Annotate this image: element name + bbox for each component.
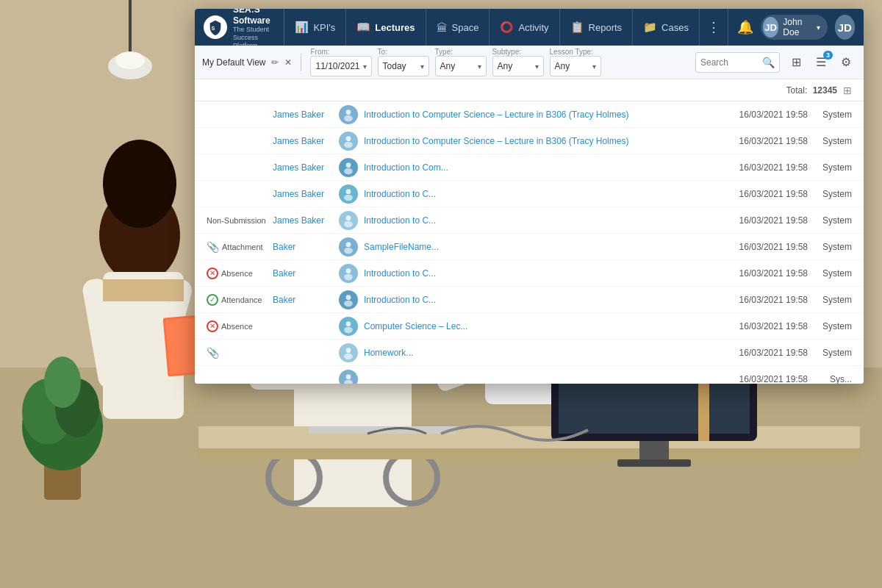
svg-point-51 xyxy=(344,194,353,200)
student-link[interactable]: Baker xyxy=(273,242,339,252)
nav-item-reports-label: Reports xyxy=(589,22,623,33)
row-type-badge: 📎 Attachment xyxy=(207,241,273,253)
table-row: James Baker Introduction to Com... 16/03… xyxy=(195,154,864,181)
subtype-filter-select[interactable]: Any ▾ xyxy=(492,56,544,76)
student-link[interactable]: James Baker xyxy=(273,162,339,173)
svg-point-4 xyxy=(115,51,145,69)
total-label: Total: 12345 xyxy=(786,85,837,96)
nav-item-reports[interactable]: 📋 Reports xyxy=(560,9,634,46)
settings-button[interactable]: ⚙ xyxy=(836,52,856,73)
row-description[interactable]: Introduction to C... xyxy=(364,215,712,226)
row-avatar xyxy=(339,237,358,257)
from-filter-select[interactable]: 11/10/2021 ▾ xyxy=(310,56,371,76)
lesson-type-filter-value: Any xyxy=(555,61,570,71)
svg-point-9 xyxy=(44,356,81,408)
nav-item-lectures-label: Lectures xyxy=(375,22,415,33)
from-filter-value: 11/10/2021 xyxy=(315,61,359,71)
row-type-badge: Non-Submission xyxy=(207,216,273,225)
nav-item-kpis[interactable]: 📊 KPI's xyxy=(284,9,346,46)
row-avatar xyxy=(339,132,358,151)
toolbar: My Default View ✏ ✕ From: 11/10/2021 ▾ T… xyxy=(195,46,864,79)
toolbar-actions: ⊞ ☰ 3 ⚙ xyxy=(786,52,856,73)
nav-item-cases[interactable]: 📁 Cases xyxy=(633,9,700,46)
row-description[interactable]: Introduction to Computer Science – Lectu… xyxy=(364,110,712,120)
nav-item-cases-label: Cases xyxy=(662,22,689,33)
absence-icon: ✕ xyxy=(207,320,218,332)
lesson-type-filter-group: Lesson Type: Any ▾ xyxy=(550,48,601,76)
user-profile-avatar[interactable]: JD xyxy=(835,15,855,40)
edit-view-icon[interactable]: ✏ xyxy=(271,57,279,68)
student-link[interactable]: James Baker xyxy=(273,189,339,199)
svg-point-50 xyxy=(346,189,351,194)
notification-bell-icon[interactable]: 🔔 xyxy=(737,19,753,35)
nav-item-lectures[interactable]: 📖 Lectures xyxy=(346,9,426,46)
columns-icon[interactable]: ⊞ xyxy=(843,85,852,96)
table-row: James Baker Introduction to C... 16/03/2… xyxy=(195,181,864,207)
row-date: 16/03/2021 19:58 xyxy=(712,189,808,199)
notification-badge: 3 xyxy=(823,51,833,60)
row-type-badge: 📎 xyxy=(207,347,273,359)
row-description[interactable]: Introduction to C... xyxy=(364,189,712,199)
table-row: ✕ Absence Computer Science – Lec... 16/0… xyxy=(195,313,864,340)
table-row: James Baker Introduction to Computer Sci… xyxy=(195,101,864,128)
ui-panel: S SEA:S Software The Student Success Pla… xyxy=(195,9,864,384)
subheader: Total: 12345 ⊞ xyxy=(195,79,864,101)
nav-item-space[interactable]: 🏛 Space xyxy=(426,9,490,46)
search-box[interactable]: 🔍 xyxy=(695,52,780,73)
attachment-icon: 📎 xyxy=(207,241,219,253)
svg-point-55 xyxy=(344,247,353,253)
chevron-down-icon: ▾ xyxy=(817,24,820,32)
search-input[interactable] xyxy=(700,57,759,68)
brand-logo-area[interactable]: S SEA:S Software The Student Success Pla… xyxy=(195,9,284,46)
nav-item-space-label: Space xyxy=(452,22,479,33)
total-area: Total: 12345 ⊞ xyxy=(786,85,852,96)
row-avatar xyxy=(339,370,358,384)
row-description[interactable]: SampleFileName... xyxy=(364,242,712,252)
list-view-button[interactable]: ☰ 3 xyxy=(811,52,831,73)
svg-point-62 xyxy=(346,348,351,353)
attendance-icon: ✓ xyxy=(207,294,218,306)
grid-view-button[interactable]: ⊞ xyxy=(786,52,806,73)
lesson-type-filter-select[interactable]: Any ▾ xyxy=(550,56,601,76)
row-source: System xyxy=(808,189,852,199)
row-date: 16/03/2021 19:58 xyxy=(712,374,808,384)
type-filter-group: Type: Any ▾ xyxy=(435,48,487,76)
student-link[interactable]: Baker xyxy=(273,295,339,305)
row-source: System xyxy=(808,242,852,252)
student-link[interactable]: James Baker xyxy=(273,136,339,146)
row-type-badge: ✕ Absence xyxy=(207,320,273,332)
student-link[interactable]: Baker xyxy=(273,268,339,279)
nav-item-activity-label: Activity xyxy=(518,22,548,33)
row-date: 16/03/2021 19:58 xyxy=(712,215,808,226)
row-description[interactable]: Introduction to C... xyxy=(364,268,712,279)
row-source: System xyxy=(808,215,852,226)
student-link[interactable]: James Baker xyxy=(273,215,339,226)
nav-more-button[interactable]: ⋮ xyxy=(700,9,728,46)
to-filter-select[interactable]: Today ▾ xyxy=(378,56,429,76)
user-menu-button[interactable]: JD John Doe ▾ xyxy=(761,15,828,40)
svg-point-52 xyxy=(346,215,351,220)
table-row: 📎 Attachment Baker SampleFileName... 16/… xyxy=(195,234,864,260)
row-description[interactable]: Introduction to Com... xyxy=(364,162,712,173)
row-description[interactable]: Homework... xyxy=(364,348,712,358)
type-filter-select[interactable]: Any ▾ xyxy=(435,56,487,76)
absence-icon: ✕ xyxy=(207,268,218,279)
row-date: 16/03/2021 19:58 xyxy=(712,136,808,146)
row-description[interactable]: Introduction to C... xyxy=(364,295,712,305)
row-date: 16/03/2021 19:58 xyxy=(712,295,808,305)
row-description[interactable]: Introduction to Computer Science – Lectu… xyxy=(364,136,712,146)
search-icon: 🔍 xyxy=(762,57,775,68)
nav-item-activity[interactable]: ⭕ Activity xyxy=(490,9,559,46)
row-description[interactable]: Computer Science – Lec... xyxy=(364,321,712,331)
avatar: JD xyxy=(763,17,778,37)
row-source: System xyxy=(808,162,852,173)
gear-icon: ⚙ xyxy=(841,55,851,69)
svg-point-45 xyxy=(344,115,353,121)
row-source: System xyxy=(808,348,852,358)
chevron-down-icon: ▾ xyxy=(420,62,424,71)
row-source: System xyxy=(808,110,852,120)
lesson-type-filter-label: Lesson Type: xyxy=(550,48,601,56)
row-avatar xyxy=(339,211,358,230)
close-view-icon[interactable]: ✕ xyxy=(284,57,292,68)
student-link[interactable]: James Baker xyxy=(273,110,339,120)
